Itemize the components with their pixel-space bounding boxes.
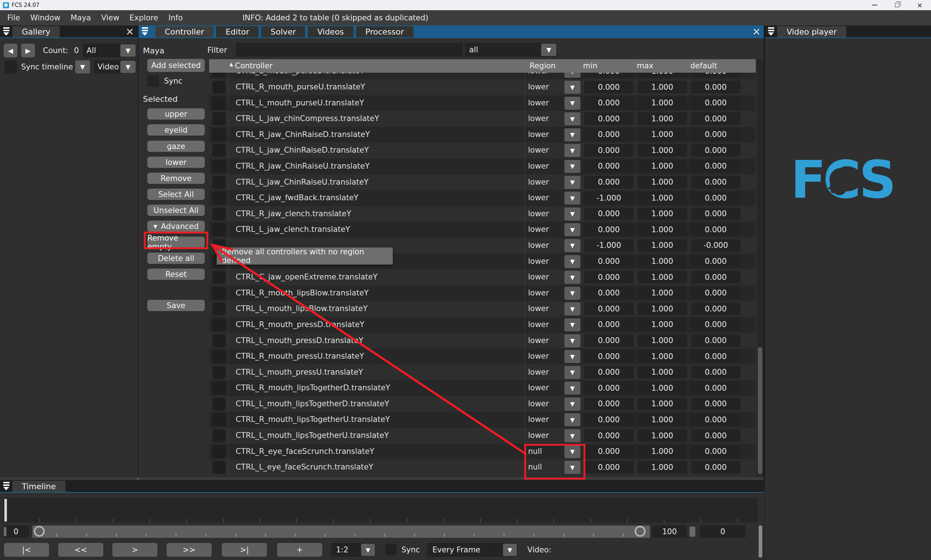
chevron-down-icon[interactable]: ▼ xyxy=(120,44,136,57)
tab-video-player[interactable]: Video player xyxy=(777,26,846,37)
min-field[interactable]: 0.000 xyxy=(584,461,634,474)
add-selected-button[interactable]: Add selected xyxy=(147,59,205,72)
row-checkbox[interactable] xyxy=(213,112,225,125)
row-checkbox[interactable] xyxy=(213,429,225,442)
playhead[interactable] xyxy=(5,499,7,522)
table-row[interactable]: CTRL_R_mouth_pressD.translateY lower ▼ 0… xyxy=(209,317,756,333)
default-field[interactable]: 0.000 xyxy=(691,128,740,141)
default-field[interactable]: 0.000 xyxy=(691,160,740,172)
advanced-toggle-button[interactable]: ▼ Advanced xyxy=(147,221,205,232)
region-dropdown-button[interactable]: ▼ xyxy=(564,176,580,189)
remove-empty-button[interactable]: Remove empty xyxy=(147,237,205,248)
range-start-handle[interactable] xyxy=(4,527,6,536)
max-field[interactable]: 1.000 xyxy=(638,382,687,394)
range-end-handle[interactable] xyxy=(689,526,695,537)
select-all-button[interactable]: Select All xyxy=(147,189,205,200)
region-dropdown-button[interactable]: ▼ xyxy=(564,445,580,458)
region-dropdown-button[interactable]: ▼ xyxy=(564,73,580,78)
min-field[interactable]: 0.000 xyxy=(584,334,634,347)
close-button[interactable]: × xyxy=(908,0,931,10)
row-checkbox[interactable] xyxy=(213,192,225,205)
col-max[interactable]: max xyxy=(637,62,654,70)
row-checkbox[interactable] xyxy=(213,445,225,458)
region-dropdown-button[interactable]: ▼ xyxy=(564,318,580,331)
row-checkbox[interactable] xyxy=(213,160,225,173)
min-field[interactable]: 0.000 xyxy=(584,366,634,378)
region-dropdown-button[interactable]: ▼ xyxy=(564,144,580,157)
default-field[interactable]: 0.000 xyxy=(691,302,740,315)
min-field[interactable]: 0.000 xyxy=(584,144,634,157)
row-checkbox[interactable] xyxy=(213,81,225,94)
gallery-close-button[interactable]: × xyxy=(122,25,138,37)
min-field[interactable]: 0.000 xyxy=(584,255,634,268)
prev-button[interactable]: ◀ xyxy=(4,44,17,57)
region-dropdown-button[interactable]: ▼ xyxy=(564,255,580,268)
region-dropdown-button[interactable]: ▼ xyxy=(564,413,580,426)
table-row[interactable]: CTRL_L_mouth_lipsBlow.translateY lower ▼… xyxy=(209,301,756,317)
default-field[interactable]: 0.000 xyxy=(691,318,740,331)
table-scrollbar[interactable] xyxy=(757,59,763,477)
max-field[interactable]: 1.000 xyxy=(638,398,687,410)
default-field[interactable]: 0.000 xyxy=(691,350,740,363)
default-field[interactable]: 0.000 xyxy=(691,81,740,93)
default-field[interactable]: 0.000 xyxy=(691,271,740,283)
row-checkbox[interactable] xyxy=(213,208,225,221)
unselect-all-button[interactable]: Unselect All xyxy=(147,205,205,216)
min-field[interactable]: 0.000 xyxy=(584,398,634,410)
current-frame-field[interactable]: 0 xyxy=(700,526,746,538)
table-row[interactable]: CTRL_L_mouth_pressD.translateY lower ▼ 0… xyxy=(209,333,756,349)
table-row[interactable]: CTRL_L_mouth_purseD.translateY lower ▼ 0… xyxy=(209,73,756,79)
region-dropdown-button[interactable]: ▼ xyxy=(564,461,580,474)
region-dropdown-button[interactable]: ▼ xyxy=(564,223,580,236)
table-row[interactable]: CTRL_L_jaw_ChinRaiseU.translateY lower ▼… xyxy=(209,174,756,191)
menu-maya[interactable]: Maya xyxy=(65,14,96,22)
table-row[interactable]: CTRL_R_jaw_ChinRaiseU.translateY lower ▼… xyxy=(209,158,756,174)
table-row[interactable]: CTRL_L_eye_faceScrunch.translateY null ▼… xyxy=(209,459,756,475)
max-field[interactable]: 1.000 xyxy=(638,302,687,315)
panel-menu-icon[interactable] xyxy=(765,25,777,37)
max-field[interactable]: 1.000 xyxy=(638,271,687,283)
step-forward-button[interactable]: >> xyxy=(166,543,212,557)
row-checkbox[interactable] xyxy=(213,271,225,284)
sync-playback-checkbox[interactable] xyxy=(385,544,396,555)
row-checkbox[interactable] xyxy=(213,366,225,379)
row-checkbox[interactable] xyxy=(213,350,225,363)
chevron-down-icon[interactable]: ▼ xyxy=(541,44,556,56)
table-row[interactable]: CTRL_L_mouth_pressU.translateY lower ▼ 0… xyxy=(209,365,756,380)
min-field[interactable]: -1.000 xyxy=(584,239,634,252)
max-field[interactable]: 1.000 xyxy=(638,81,687,93)
max-field[interactable]: 1.000 xyxy=(638,208,687,220)
min-field[interactable]: 0.000 xyxy=(584,302,634,315)
max-field[interactable]: 1.000 xyxy=(638,128,687,141)
go-to-start-button[interactable]: |< xyxy=(4,543,49,557)
table-row[interactable]: CTRL_L_jaw_chinCompress.translateY lower… xyxy=(209,111,756,127)
range-slider-left-handle[interactable] xyxy=(34,526,45,537)
default-field[interactable]: 0.000 xyxy=(691,208,740,220)
max-field[interactable]: 1.000 xyxy=(638,160,687,172)
region-dropdown-button[interactable]: ▼ xyxy=(564,382,580,395)
max-field[interactable]: 1.000 xyxy=(638,445,687,458)
controller-close-button[interactable]: × xyxy=(748,25,765,37)
region-dropdown-button[interactable]: ▼ xyxy=(564,160,580,173)
default-field[interactable]: 0.000 xyxy=(691,176,740,189)
region-dropdown-button[interactable]: ▼ xyxy=(564,302,580,315)
default-field[interactable]: 0.000 xyxy=(691,287,740,300)
table-row[interactable]: CTRL_L_jaw_ChinRaiseD.translateY lower ▼… xyxy=(209,143,756,158)
panel-menu-icon[interactable] xyxy=(139,25,151,37)
region-dropdown-button[interactable]: ▼ xyxy=(564,398,580,411)
region-lower-button[interactable]: lower xyxy=(147,157,205,168)
row-checkbox[interactable] xyxy=(213,287,225,300)
region-dropdown-button[interactable]: ▼ xyxy=(564,81,580,94)
restore-button[interactable] xyxy=(886,0,908,10)
chevron-down-icon[interactable]: ▼ xyxy=(503,544,517,556)
table-row[interactable]: CTRL_R_mouth_lipsBlow.translateY lower ▼… xyxy=(209,285,756,301)
col-controller[interactable]: Controller xyxy=(235,62,272,70)
row-checkbox[interactable] xyxy=(213,302,225,315)
default-field[interactable]: 0.000 xyxy=(691,413,740,426)
table-row[interactable]: CTRL_R_mouth_lipsTogetherD.translateY lo… xyxy=(209,380,756,396)
table-row[interactable]: CTRL_R_mouth_purseU.translateY lower ▼ 0… xyxy=(209,79,756,95)
region-dropdown-button[interactable]: ▼ xyxy=(564,350,580,363)
reset-button[interactable]: Reset xyxy=(147,269,205,280)
tab-editor[interactable]: Editor xyxy=(216,26,259,37)
menu-view[interactable]: View xyxy=(96,14,124,22)
